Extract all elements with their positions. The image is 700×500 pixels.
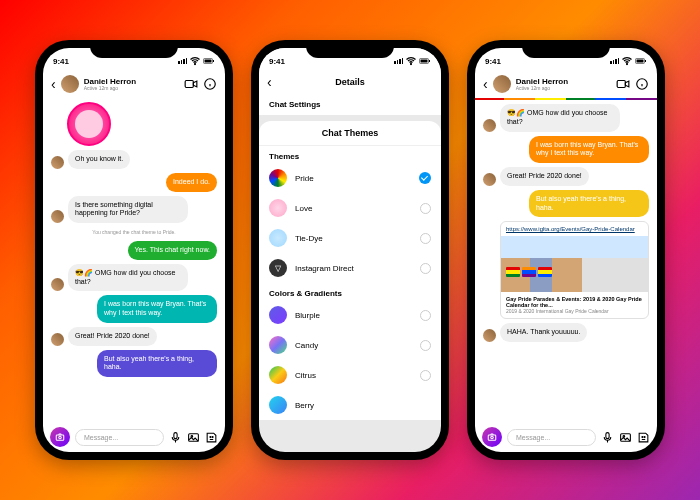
presence-text: Active 12m ago (516, 86, 611, 91)
chat-header: ‹ Daniel Herron Active 12m ago (43, 72, 225, 98)
theme-item-pride[interactable]: Pride (259, 163, 441, 193)
message-sent[interactable]: But also yeah there's a thing, haha. (97, 350, 217, 378)
candy-swatch-icon (269, 336, 287, 354)
avatar (483, 119, 496, 132)
wifi-icon (621, 55, 633, 67)
message-received[interactable]: Oh you know it. (68, 150, 130, 169)
check-icon (419, 172, 431, 184)
chat-body: Oh you know it. Indeed I do. Is there so… (43, 98, 225, 422)
radio-icon (420, 263, 431, 274)
svg-point-28 (642, 436, 643, 437)
colors-subhead: Colors & Gradients (259, 283, 441, 300)
svg-point-11 (210, 436, 211, 437)
blurple-swatch-icon (269, 306, 287, 324)
message-received[interactable]: HAHA. Thank youuuuu. (500, 323, 587, 342)
chat-themes-heading: Chat Themes (259, 121, 441, 146)
message-received[interactable]: Great! Pride 2020 done! (500, 167, 589, 186)
svg-point-0 (195, 64, 196, 65)
svg-rect-8 (174, 432, 177, 438)
svg-point-17 (627, 64, 628, 65)
info-icon[interactable] (635, 77, 649, 91)
image-icon[interactable] (187, 431, 200, 444)
video-call-icon[interactable] (616, 77, 630, 91)
link-title: Gay Pride Parades & Events: 2019 & 2020 … (506, 296, 643, 308)
message-input[interactable]: Message... (75, 429, 164, 446)
notch (306, 40, 394, 58)
svg-point-13 (411, 64, 412, 65)
avatar (51, 278, 64, 291)
igd-swatch-icon: ▽ (269, 259, 287, 277)
message-input[interactable]: Message... (507, 429, 596, 446)
message-sent[interactable]: But also yeah there's a thing, haha. (529, 190, 649, 218)
mic-icon[interactable] (169, 431, 182, 444)
svg-rect-2 (205, 60, 212, 63)
svg-rect-21 (617, 81, 625, 88)
avatar[interactable] (493, 75, 511, 93)
details-title: Details (335, 77, 365, 87)
info-icon[interactable] (203, 77, 217, 91)
link-preview[interactable]: https://www.iglta.org/Events/Gay-Pride-C… (500, 221, 649, 319)
camera-button[interactable] (482, 427, 502, 447)
sticker-icon[interactable] (205, 431, 218, 444)
battery-icon (419, 55, 431, 67)
phone-1: 9:41 ‹ Daniel Herron Active 12m ago Oh y… (35, 40, 233, 460)
phone-3: 9:41 ‹ Daniel Herron Active 12m ago 😎🌈 O… (467, 40, 665, 460)
svg-rect-3 (213, 60, 214, 62)
svg-rect-25 (606, 432, 609, 438)
avatar[interactable] (61, 75, 79, 93)
svg-rect-16 (429, 60, 430, 62)
back-icon[interactable]: ‹ (267, 74, 272, 90)
sticker-icon[interactable] (637, 431, 650, 444)
avatar (51, 210, 64, 223)
image-icon[interactable] (619, 431, 632, 444)
battery-icon (203, 55, 215, 67)
radio-icon (420, 340, 431, 351)
color-item-blurple[interactable]: Blurple (259, 300, 441, 330)
chat-settings-label[interactable]: Chat Settings (259, 94, 441, 115)
chat-header: ‹ Daniel Herron Active 12m ago (475, 72, 657, 98)
back-icon[interactable]: ‹ (51, 76, 56, 92)
color-item-candy[interactable]: Candy (259, 330, 441, 360)
mic-icon[interactable] (601, 431, 614, 444)
message-received[interactable]: 😎🌈 OMG how did you choose that? (68, 264, 188, 292)
avatar (483, 173, 496, 186)
message-received[interactable]: Is there something digital happening for… (68, 196, 188, 224)
message-sent[interactable]: I was born this way Bryan. That's why I … (529, 136, 649, 164)
color-item-berry[interactable]: Berry (259, 390, 441, 420)
color-item-citrus[interactable]: Citrus (259, 360, 441, 390)
status-time: 9:41 (485, 57, 501, 66)
details-header: ‹ Details (259, 72, 441, 94)
presence-text: Active 12m ago (84, 86, 179, 91)
message-sent[interactable]: Yes. This chat right now. (128, 241, 218, 260)
battery-icon (635, 55, 647, 67)
svg-rect-15 (421, 60, 428, 63)
composer: Message... (43, 422, 225, 452)
story-avatar[interactable] (67, 102, 111, 146)
message-sent[interactable]: I was born this way Bryan. That's why I … (97, 295, 217, 323)
radio-icon (420, 370, 431, 381)
themes-subhead: Themes (259, 146, 441, 163)
status-time: 9:41 (269, 57, 285, 66)
message-received[interactable]: 😎🌈 OMG how did you choose that? (500, 104, 620, 132)
message-received[interactable]: Great! Pride 2020 done! (68, 327, 157, 346)
chat-body: 😎🌈 OMG how did you choose that? I was bo… (475, 100, 657, 422)
wifi-icon (405, 55, 417, 67)
theme-item-love[interactable]: Love (259, 193, 441, 223)
radio-icon (420, 310, 431, 321)
svg-point-7 (59, 436, 62, 439)
avatar (51, 333, 64, 346)
svg-rect-19 (637, 60, 644, 63)
signal-icon (178, 58, 187, 64)
video-call-icon[interactable] (184, 77, 198, 91)
theme-item-tiedye[interactable]: Tie-Dye (259, 223, 441, 253)
camera-button[interactable] (50, 427, 70, 447)
themes-list: Themes Pride Love Tie-Dye ▽Instagram Dir… (259, 146, 441, 420)
avatar (51, 156, 64, 169)
message-sent[interactable]: Indeed I do. (166, 173, 217, 192)
svg-point-29 (644, 436, 645, 437)
back-icon[interactable]: ‹ (483, 76, 488, 92)
link-image (501, 236, 648, 292)
radio-icon (420, 203, 431, 214)
pride-swatch-icon (269, 169, 287, 187)
theme-item-igd[interactable]: ▽Instagram Direct (259, 253, 441, 283)
